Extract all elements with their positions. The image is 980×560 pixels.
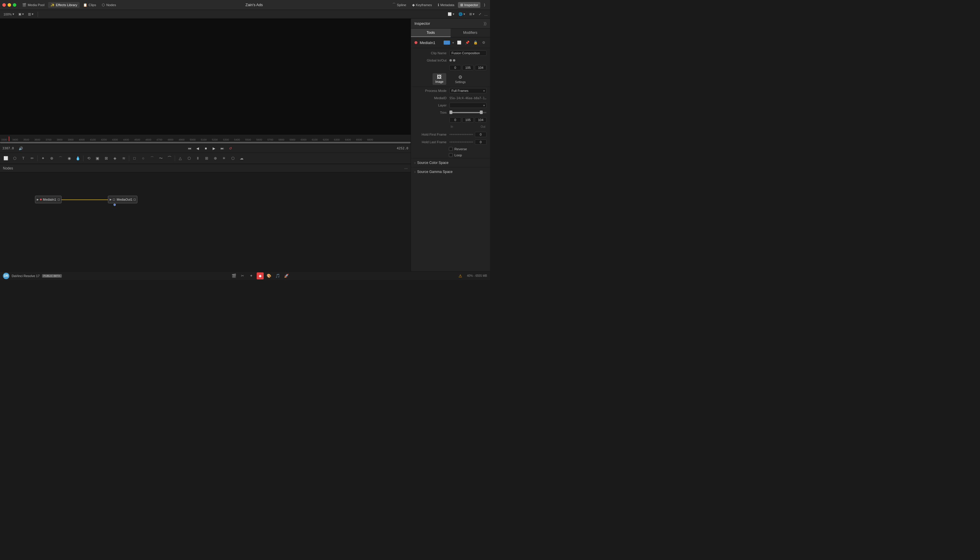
image-tab[interactable]: 🖼 Image: [433, 73, 447, 85]
loop-btn[interactable]: ↺: [227, 145, 233, 152]
timeline-scrollbar[interactable]: [0, 142, 411, 144]
tool-3d-shape[interactable]: △: [176, 154, 184, 162]
global-num-105[interactable]: 105: [462, 65, 474, 70]
bottom-icon-cut[interactable]: ✂: [239, 272, 246, 279]
bottom-icon-edit[interactable]: ✦: [248, 272, 255, 279]
loop-checkbox[interactable]: [449, 153, 453, 157]
display-btn[interactable]: ▥ ▾: [27, 12, 35, 17]
nav-metadata[interactable]: ℹ Metadata: [435, 2, 457, 8]
tool-3d-text[interactable]: Ⅱ: [194, 154, 202, 162]
tool-text[interactable]: T: [19, 154, 27, 162]
tool-eyedropper[interactable]: 💧: [74, 154, 82, 162]
node-mediaout1[interactable]: ▶ MediaOut1: [108, 196, 137, 203]
tool-node[interactable]: ⬡: [10, 154, 19, 162]
nav-clips[interactable]: 📋 Clips: [81, 2, 98, 8]
source-color-space-section[interactable]: › Source Color Space: [411, 158, 490, 167]
node-settings-btn[interactable]: ⚙: [481, 40, 487, 45]
play-btn[interactable]: ▶: [211, 145, 217, 152]
tool-spline[interactable]: ⌒: [56, 154, 65, 162]
volume-icon[interactable]: 🔊: [19, 147, 23, 150]
bottom-icon-media[interactable]: 🎬: [230, 272, 237, 279]
minimize-button[interactable]: [8, 3, 11, 7]
trim-left-thumb[interactable]: [450, 110, 452, 114]
tool-transform[interactable]: ⟲: [85, 154, 93, 162]
inspector-more-btn[interactable]: ⟩⟩: [483, 21, 487, 26]
hold-first-value[interactable]: 0: [475, 132, 487, 137]
collapse-button[interactable]: ⟩: [482, 2, 488, 8]
node-mediaout1-in-port[interactable]: [113, 198, 115, 201]
tab-modifiers[interactable]: Modifiers: [451, 28, 490, 37]
tool-particles[interactable]: ✦: [39, 154, 47, 162]
hold-last-value[interactable]: 0: [475, 139, 487, 145]
viewer-canvas[interactable]: [0, 19, 411, 135]
node-lock-btn[interactable]: 🔒: [472, 40, 478, 45]
zoom-control[interactable]: 100% ▾: [2, 12, 15, 17]
tool-blur[interactable]: ≋: [120, 154, 128, 162]
reverse-checkbox[interactable]: [449, 147, 453, 151]
bottom-icon-color[interactable]: 🎨: [265, 272, 272, 279]
tool-tracker[interactable]: ⊕: [48, 154, 56, 162]
node-color-btn[interactable]: [443, 40, 450, 45]
tool-shape-ellipse[interactable]: ○: [139, 154, 147, 162]
tool-color[interactable]: ◉: [65, 154, 73, 162]
maximize-button[interactable]: [13, 3, 16, 7]
nodes-more-btn[interactable]: ···: [404, 166, 408, 171]
tool-3d-light[interactable]: ☀: [220, 154, 228, 162]
hold-first-slider[interactable]: [450, 134, 473, 135]
tab-tools[interactable]: Tools: [411, 28, 451, 37]
trim-num-0[interactable]: 0: [450, 117, 461, 122]
tool-shape-polygon[interactable]: ⌒: [148, 154, 156, 162]
source-gamma-space-section[interactable]: › Source Gamma Space: [411, 167, 490, 176]
node-mediain1[interactable]: ▶ MediaIn1: [35, 196, 62, 203]
close-button[interactable]: [2, 3, 6, 7]
bottom-icon-audio[interactable]: 🎵: [274, 272, 281, 279]
nav-keyframes[interactable]: ◆ Keyframes: [410, 2, 434, 8]
nodes-canvas[interactable]: ▶ MediaIn1 ▶ MediaOut1: [0, 172, 411, 280]
layer-select[interactable]: [450, 103, 487, 108]
nav-media-pool[interactable]: 🎬 Media Pool: [20, 2, 47, 8]
nav-spline[interactable]: ⌒ Spline: [390, 2, 408, 8]
tool-3d-merge[interactable]: ⊞: [202, 154, 211, 162]
trim-num-105[interactable]: 105: [462, 117, 474, 122]
global-num-104[interactable]: 104: [475, 65, 487, 70]
nav-effects-library[interactable]: ✨ Effects Library: [48, 2, 80, 8]
bottom-icon-fusion[interactable]: ◆: [257, 272, 264, 279]
global-num-0[interactable]: 0: [450, 65, 461, 70]
tool-vr[interactable]: ☁: [237, 154, 246, 162]
tool-3d-render[interactable]: ⬡: [229, 154, 237, 162]
nav-inspector[interactable]: ⊞ Inspector: [458, 2, 480, 8]
node-options-btn-1[interactable]: ⬜: [456, 40, 462, 45]
trim-num-104[interactable]: 104: [475, 117, 487, 122]
process-mode-select[interactable]: Full Frames Field: [450, 88, 487, 93]
node-mediaout1-out-port[interactable]: [133, 198, 136, 201]
view-mode-btn[interactable]: ▣ ▾: [17, 12, 25, 17]
tool-shape-bezier[interactable]: ⁀: [165, 154, 173, 162]
node-mediaout1-bottom-port[interactable]: [113, 203, 116, 206]
tool-shape-bspline[interactable]: 〜: [157, 154, 165, 162]
node-color-dropdown[interactable]: ▾: [452, 41, 454, 44]
nav-nodes[interactable]: ⬡ Nodes: [100, 2, 118, 8]
prev-frame-btn[interactable]: ◀: [195, 145, 201, 152]
grid-btn[interactable]: ⊞ ▾: [468, 12, 476, 17]
viewer-options-btn[interactable]: 🌐 ▾: [457, 12, 467, 17]
clip-name-input[interactable]: [450, 50, 487, 56]
tool-mask[interactable]: ▣: [93, 154, 102, 162]
tool-3d-plane[interactable]: ⬡: [185, 154, 193, 162]
fit-btn[interactable]: ⤢: [477, 12, 482, 17]
settings-tab[interactable]: ⚙ Settings: [452, 73, 468, 85]
tool-3d-camera[interactable]: ⊕: [211, 154, 219, 162]
last-frame-btn[interactable]: ⏭: [219, 145, 225, 152]
first-frame-btn[interactable]: ⏮: [187, 145, 193, 152]
tool-select[interactable]: ⬜: [2, 154, 10, 162]
stop-btn[interactable]: ■: [203, 145, 209, 152]
timeline-ruler[interactable]: 3300 3400 3500 3600 3700 3800 3900 4000 …: [0, 135, 411, 142]
toolbar-more-btn[interactable]: ...: [484, 12, 488, 17]
tool-crop[interactable]: ⊠: [102, 154, 110, 162]
tool-paint[interactable]: ✏: [28, 154, 36, 162]
trim-right-thumb[interactable]: [480, 110, 483, 114]
tool-warp[interactable]: ◈: [111, 154, 119, 162]
bottom-icon-deliver[interactable]: 🚀: [283, 272, 290, 279]
trim-slider[interactable]: [450, 112, 487, 113]
tool-shape-rect[interactable]: □: [130, 154, 138, 162]
node-mediain1-out-port[interactable]: [58, 198, 60, 201]
